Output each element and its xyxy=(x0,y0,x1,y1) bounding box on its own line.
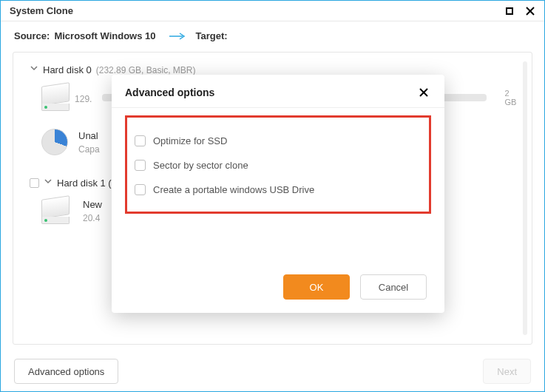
close-icon xyxy=(419,88,428,97)
source-value: Microsoft Windows 10 xyxy=(54,30,155,41)
partition-text: Unal Capa xyxy=(78,130,100,155)
next-label: Next xyxy=(497,366,517,377)
maximize-icon xyxy=(506,7,513,15)
option-sector[interactable]: Sector by sector clone xyxy=(135,160,422,171)
option-ssd[interactable]: Optimize for SSD xyxy=(135,135,422,146)
close-button[interactable] xyxy=(524,4,537,18)
checkbox[interactable] xyxy=(135,135,146,146)
option-sector-label: Sector by sector clone xyxy=(153,160,248,171)
partition-sub: Capa xyxy=(78,144,100,155)
checkbox[interactable] xyxy=(135,160,146,171)
partition-sub: 20.4 xyxy=(83,213,102,223)
pie-icon xyxy=(41,129,68,155)
disk1-checkbox[interactable] xyxy=(30,178,39,188)
dialog-header: Advanced options xyxy=(112,75,444,108)
checkbox[interactable] xyxy=(135,184,146,195)
disk0-meta: (232.89 GB, Basic, MBR) xyxy=(96,65,196,75)
ok-button[interactable]: OK xyxy=(283,274,350,300)
disk-icon xyxy=(41,197,72,224)
partition-name: Unal xyxy=(78,130,100,141)
cancel-label: Cancel xyxy=(379,282,408,293)
dialog-footer: OK Cancel xyxy=(112,258,444,300)
scrollbar[interactable] xyxy=(523,61,527,335)
source-label: Source: xyxy=(14,30,50,41)
window-title: System Clone xyxy=(10,5,73,16)
cancel-button[interactable]: Cancel xyxy=(360,274,427,300)
partition-sub: 129. xyxy=(75,94,92,104)
partition-cap: 2 GB xyxy=(504,89,518,107)
target-label: Target: xyxy=(196,30,228,41)
option-ssd-label: Optimize for SSD xyxy=(153,135,227,146)
maximize-button[interactable] xyxy=(503,4,516,18)
titlebar: System Clone xyxy=(1,1,544,21)
close-icon xyxy=(526,7,535,16)
footer: Advanced options Next xyxy=(1,359,544,384)
partition-text: New 20.4 xyxy=(83,199,102,223)
advanced-options-label: Advanced options xyxy=(28,366,104,377)
partition-text: 129. xyxy=(75,91,92,104)
dialog-title: Advanced options xyxy=(125,87,214,98)
source-target-row: Source: Microsoft Windows 10 Target: xyxy=(1,21,544,47)
advanced-options-button[interactable]: Advanced options xyxy=(14,359,118,384)
next-button: Next xyxy=(483,359,531,384)
chevron-down-icon xyxy=(30,64,38,75)
partition-name: New xyxy=(83,199,102,210)
disk0-header[interactable]: Hard disk 0 (232.89 GB, Basic, MBR) xyxy=(30,64,518,75)
options-highlight-box: Optimize for SSD Sector by sector clone … xyxy=(125,115,431,214)
option-portable-label: Create a portable windows USB Drive xyxy=(153,184,314,195)
arrow-icon xyxy=(169,31,187,42)
chevron-down-icon xyxy=(44,177,53,188)
option-portable[interactable]: Create a portable windows USB Drive xyxy=(135,184,422,195)
ok-label: OK xyxy=(310,282,324,293)
dialog-close-button[interactable] xyxy=(416,85,431,100)
advanced-options-dialog: Advanced options Optimize for SSD Sector… xyxy=(112,75,444,313)
disk0-name: Hard disk 0 xyxy=(43,64,92,75)
disk-icon xyxy=(41,84,64,111)
disk1-name: Hard disk 1 ( xyxy=(57,178,112,189)
